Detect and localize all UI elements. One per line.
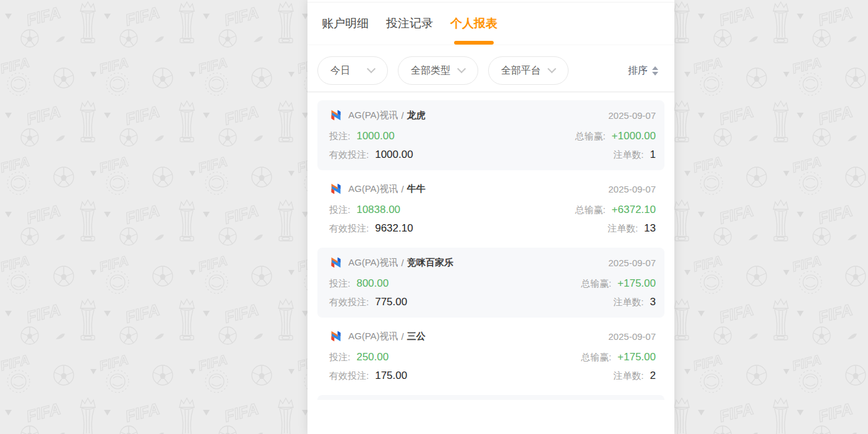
ag-provider-logo-icon xyxy=(329,182,343,196)
bet-label: 投注: xyxy=(329,131,350,142)
card-row: 有效投注: 775.00 注单数: 3 xyxy=(329,296,656,308)
title-separator: / xyxy=(402,258,404,268)
total-win-cell: 总输赢: +175.00 xyxy=(581,351,656,363)
bet-label: 投注: xyxy=(329,278,350,290)
title-separator: / xyxy=(402,331,404,342)
ag-provider-logo-icon xyxy=(329,256,343,269)
sort-control[interactable]: 排序 xyxy=(628,64,658,77)
sort-arrows-icon xyxy=(652,66,658,76)
title-separator: / xyxy=(402,184,404,194)
card-row: 投注: 800.00 总输赢: +175.00 xyxy=(329,277,656,290)
report-card[interactable]: AG(PA)视讯 / 龙虎 2025-09-07 投注: 1000.00 总输赢… xyxy=(317,100,664,170)
card-header: AG(PA)视讯 / 竞咪百家乐 2025-09-07 xyxy=(329,256,656,269)
valid-bet-cell: 有效投注: 9632.10 xyxy=(329,222,413,235)
valid-bet-cell: 有效投注: 1000.00 xyxy=(329,149,413,161)
card-row: 有效投注: 1000.00 注单数: 1 xyxy=(329,149,656,161)
bet-value: 250.00 xyxy=(356,351,389,363)
date-filter-value: 今日 xyxy=(330,64,350,77)
report-panel: 账户明细 投注记录 个人报表 今日 全部类型 全部平台 排序 xyxy=(307,0,674,434)
game-name: 牛牛 xyxy=(407,183,426,195)
bet-cell: 投注: 250.00 xyxy=(329,351,389,363)
total-win-cell: 总输赢: +1000.00 xyxy=(575,130,656,142)
valid-bet-value: 9632.10 xyxy=(375,222,413,235)
card-header: AG(PA)视讯 / 龙虎 2025-09-07 xyxy=(329,108,656,122)
valid-bet-value: 1000.00 xyxy=(375,149,413,161)
game-name: 龙虎 xyxy=(407,110,426,121)
chevron-down-icon xyxy=(367,64,376,73)
valid-bet-cell: 有效投注: 175.00 xyxy=(329,370,407,382)
bet-count-value: 2 xyxy=(650,370,656,382)
card-header: AG(PA)视讯 / 牛牛 2025-09-07 xyxy=(329,182,656,196)
total-win-cell: 总输赢: +6372.10 xyxy=(575,204,656,216)
card-row: 投注: 250.00 总输赢: +175.00 xyxy=(329,351,656,363)
platform-filter-dropdown[interactable]: 全部平台 xyxy=(488,56,569,85)
chevron-down-icon xyxy=(457,64,466,73)
total-win-value: +175.00 xyxy=(617,277,656,290)
filter-bar: 今日 全部类型 全部平台 排序 xyxy=(307,45,674,92)
ag-provider-logo-icon xyxy=(329,329,343,343)
bet-count-cell: 注单数: 2 xyxy=(613,370,656,382)
valid-bet-value: 175.00 xyxy=(375,370,407,382)
bet-count-label: 注单数: xyxy=(613,149,643,161)
provider-name: AG(PA)视讯 xyxy=(348,257,398,269)
game-name: 三公 xyxy=(407,331,426,342)
bet-count-cell: 注单数: 1 xyxy=(613,149,656,161)
valid-bet-label: 有效投注: xyxy=(329,223,369,235)
valid-bet-value: 775.00 xyxy=(375,296,407,308)
total-win-value: +1000.00 xyxy=(612,130,656,142)
bet-label: 投注: xyxy=(329,352,350,363)
tab-personal-report[interactable]: 个人报表 xyxy=(450,2,497,45)
provider-name: AG(PA)视讯 xyxy=(348,110,398,121)
bet-count-cell: 注单数: 3 xyxy=(613,296,656,308)
total-win-cell: 总输赢: +175.00 xyxy=(581,277,656,290)
provider-name: AG(PA)视讯 xyxy=(348,331,398,342)
tab-bar: 账户明细 投注记录 个人报表 xyxy=(307,2,674,45)
bet-count-label: 注单数: xyxy=(608,223,638,235)
partial-next-card xyxy=(317,395,664,400)
card-row: 投注: 10838.00 总输赢: +6372.10 xyxy=(329,204,656,216)
page: FIFA xyxy=(0,0,868,434)
platform-filter-value: 全部平台 xyxy=(501,64,541,77)
bet-count-label: 注单数: xyxy=(613,370,643,382)
record-date: 2025-09-07 xyxy=(608,331,656,342)
bet-label: 投注: xyxy=(329,204,350,216)
total-win-value: +6372.10 xyxy=(612,204,656,216)
bet-count-value: 13 xyxy=(644,222,656,235)
bet-count-label: 注单数: xyxy=(613,297,643,308)
type-filter-value: 全部类型 xyxy=(411,64,450,77)
total-win-label: 总输赢: xyxy=(581,278,611,290)
sort-label: 排序 xyxy=(628,64,648,77)
report-card[interactable]: AG(PA)视讯 / 三公 2025-09-07 投注: 250.00 总输赢:… xyxy=(317,321,664,391)
total-win-label: 总输赢: xyxy=(575,204,605,216)
tab-bet-records[interactable]: 投注记录 xyxy=(386,2,433,45)
date-filter-dropdown[interactable]: 今日 xyxy=(317,56,388,85)
bet-count-cell: 注单数: 13 xyxy=(608,222,656,235)
tab-account-details[interactable]: 账户明细 xyxy=(322,2,369,45)
bet-cell: 投注: 800.00 xyxy=(329,277,389,290)
card-header: AG(PA)视讯 / 三公 2025-09-07 xyxy=(329,329,656,343)
game-name: 竞咪百家乐 xyxy=(407,257,453,269)
ag-provider-logo-icon xyxy=(329,108,343,122)
bet-value: 800.00 xyxy=(356,277,389,290)
type-filter-dropdown[interactable]: 全部类型 xyxy=(398,56,478,85)
bet-cell: 投注: 1000.00 xyxy=(329,130,395,142)
record-date: 2025-09-07 xyxy=(608,184,656,194)
bet-count-value: 3 xyxy=(650,296,656,308)
report-card[interactable]: AG(PA)视讯 / 牛牛 2025-09-07 投注: 10838.00 总输… xyxy=(317,174,664,244)
total-win-label: 总输赢: xyxy=(581,352,611,363)
report-card[interactable]: AG(PA)视讯 / 竞咪百家乐 2025-09-07 投注: 800.00 总… xyxy=(317,248,664,318)
total-win-label: 总输赢: xyxy=(575,131,605,142)
valid-bet-label: 有效投注: xyxy=(329,297,369,308)
bet-count-value: 1 xyxy=(650,149,656,161)
bet-cell: 投注: 10838.00 xyxy=(329,204,400,216)
valid-bet-label: 有效投注: xyxy=(329,370,369,382)
card-row: 投注: 1000.00 总输赢: +1000.00 xyxy=(329,130,656,142)
total-win-value: +175.00 xyxy=(617,351,656,363)
valid-bet-label: 有效投注: xyxy=(329,149,369,161)
title-separator: / xyxy=(402,110,404,121)
chevron-down-icon xyxy=(548,64,556,73)
bet-value: 1000.00 xyxy=(356,130,394,142)
card-row: 有效投注: 175.00 注单数: 2 xyxy=(329,370,656,382)
report-list: AG(PA)视讯 / 龙虎 2025-09-07 投注: 1000.00 总输赢… xyxy=(307,92,674,400)
provider-name: AG(PA)视讯 xyxy=(348,183,398,195)
